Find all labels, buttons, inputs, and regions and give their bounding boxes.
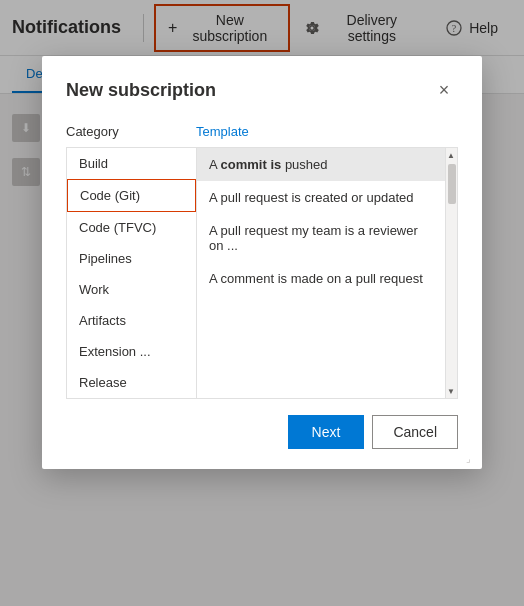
resize-handle[interactable]: ⌟	[466, 453, 478, 465]
category-item-build[interactable]: Build	[67, 148, 196, 179]
template-area: A commit is pushed A pull request is cre…	[197, 148, 457, 398]
scroll-down-arrow[interactable]: ▼	[445, 384, 457, 398]
new-subscription-dialog: New subscription × Category Template Bui…	[42, 56, 482, 469]
template-item-commit-pushed[interactable]: A commit is pushed	[197, 148, 445, 181]
dialog-footer: Next Cancel	[42, 399, 482, 469]
category-list: Build Code (Git) Code (TFVC) Pipelines W…	[67, 148, 197, 398]
cancel-button[interactable]: Cancel	[372, 415, 458, 449]
dialog-columns: Build Code (Git) Code (TFVC) Pipelines W…	[66, 147, 458, 399]
template-item-pr-reviewer[interactable]: A pull request my team is a reviewer on …	[197, 214, 445, 262]
scroll-up-arrow[interactable]: ▲	[445, 148, 457, 162]
category-item-code-git[interactable]: Code (Git)	[67, 179, 196, 212]
template-item-pr-created[interactable]: A pull request is created or updated	[197, 181, 445, 214]
highlight-is: is	[270, 157, 281, 172]
category-item-extension[interactable]: Extension ...	[67, 336, 196, 367]
dialog-title: New subscription	[66, 80, 216, 101]
category-item-code-tfvc[interactable]: Code (TFVC)	[67, 212, 196, 243]
dialog-body: Category Template Build Code (Git) Code …	[42, 116, 482, 399]
category-item-work[interactable]: Work	[67, 274, 196, 305]
close-icon: ×	[439, 80, 450, 101]
template-list: A commit is pushed A pull request is cre…	[197, 148, 445, 398]
scroll-thumb	[448, 164, 456, 204]
template-scrollbar: ▲ ▼	[445, 148, 457, 398]
col-header-category: Category	[66, 124, 196, 139]
next-button[interactable]: Next	[288, 415, 365, 449]
dialog-close-button[interactable]: ×	[430, 76, 458, 104]
category-item-artifacts[interactable]: Artifacts	[67, 305, 196, 336]
modal-overlay: New subscription × Category Template Bui…	[0, 0, 524, 606]
template-item-pr-comment[interactable]: A comment is made on a pull request	[197, 262, 445, 295]
col-header-template: Template	[196, 124, 458, 139]
column-headers: Category Template	[66, 124, 458, 139]
dialog-header: New subscription ×	[42, 56, 482, 116]
category-item-pipelines[interactable]: Pipelines	[67, 243, 196, 274]
category-item-release[interactable]: Release	[67, 367, 196, 398]
highlight-commit: commit	[221, 157, 267, 172]
